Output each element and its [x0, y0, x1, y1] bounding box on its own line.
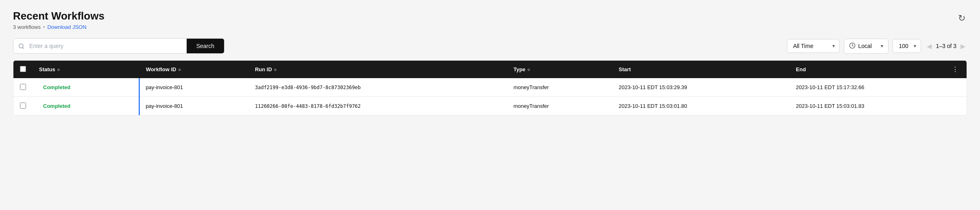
clock-icon: [849, 42, 856, 50]
col-status-label: Status: [39, 66, 55, 72]
status-filter-icon[interactable]: ≡: [57, 67, 60, 72]
timezone-wrap: Local UTC ▾: [844, 39, 889, 54]
next-page-button[interactable]: ▶: [959, 42, 967, 51]
pagination-label: 1–3 of 3: [936, 43, 956, 49]
status-badge: Completed: [39, 83, 74, 92]
col-end-label: End: [796, 66, 806, 72]
row-workflow-id-cell: pay-invoice-801: [139, 97, 248, 116]
row-run-id-cell: 3adf2199-e3d8-4936-9bd7-8c87302369eb: [248, 78, 507, 97]
status-badge: Completed: [39, 102, 74, 110]
page-size-select[interactable]: 10 25 50 100: [893, 39, 921, 53]
run-id-filter-icon[interactable]: ≡: [274, 67, 277, 72]
row-type-cell: moneyTransfer: [507, 97, 612, 116]
col-start: Start: [612, 61, 790, 78]
col-type-label: Type: [514, 66, 525, 72]
search-icon: [13, 43, 29, 49]
table-row: Completed pay-invoice-801 3adf2199-e3d8-…: [13, 78, 967, 97]
col-menu-button[interactable]: ⋮: [950, 66, 960, 73]
row-end-cell: 2023-10-11 EDT 15:17:32.66: [789, 78, 967, 97]
time-filter-select[interactable]: All Time Last Hour Last Day Last Week: [787, 39, 840, 53]
pagination-info: ◀ 1–3 of 3 ▶: [925, 42, 967, 51]
row-run-id-cell: 11260266-08fe-4483-8178-6fd32b7f9762: [248, 97, 507, 116]
row-status-cell: Completed: [33, 97, 139, 116]
search-button[interactable]: Search: [187, 39, 224, 53]
row-status-cell: Completed: [33, 78, 139, 97]
col-run-id: Run ID ≡: [248, 61, 507, 78]
col-run-id-label: Run ID: [255, 66, 272, 72]
page-title: Recent Workflows: [13, 10, 105, 22]
page-size-wrap: 10 25 50 100 ▾: [893, 39, 921, 53]
col-workflow-id: Workflow ID ≡: [139, 61, 248, 78]
select-all-checkbox[interactable]: [20, 66, 26, 72]
col-end: End ⋮: [789, 61, 967, 78]
svg-line-1: [22, 47, 24, 48]
search-input[interactable]: [29, 39, 187, 53]
time-filter-wrap: All Time Last Hour Last Day Last Week ▾: [787, 39, 840, 53]
subtitle-separator: •: [43, 24, 45, 30]
col-checkbox: [13, 61, 33, 78]
workflow-id-filter-icon[interactable]: ≡: [179, 67, 181, 72]
row-checkbox-1[interactable]: [20, 103, 26, 109]
row-workflow-id-cell: pay-invoice-801: [139, 78, 248, 97]
col-status: Status ≡: [33, 61, 139, 78]
row-checkbox-cell: [13, 78, 33, 97]
workflow-count: 3 workflows: [13, 24, 41, 30]
col-type: Type ≡: [507, 61, 612, 78]
type-filter-icon[interactable]: ≡: [527, 67, 530, 72]
workflows-table-container: Status ≡ Workflow ID ≡ Run ID ≡: [13, 60, 967, 116]
row-checkbox-cell: [13, 97, 33, 116]
download-json-link[interactable]: Download JSON: [47, 24, 86, 30]
row-start-cell: 2023-10-11 EDT 15:03:29.39: [612, 78, 790, 97]
refresh-button[interactable]: ↻: [956, 11, 967, 25]
row-type-cell: moneyTransfer: [507, 78, 612, 97]
timezone-select[interactable]: Local UTC: [858, 43, 879, 49]
table-row: Completed pay-invoice-801 11260266-08fe-…: [13, 97, 967, 116]
col-workflow-id-label: Workflow ID: [146, 66, 176, 72]
workflows-table: Status ≡ Workflow ID ≡ Run ID ≡: [13, 61, 967, 115]
row-start-cell: 2023-10-11 EDT 15:03:01.80: [612, 97, 790, 116]
search-container: Search: [13, 38, 224, 54]
row-checkbox-0[interactable]: [20, 84, 26, 90]
col-start-label: Start: [619, 66, 631, 72]
prev-page-button[interactable]: ◀: [925, 42, 933, 51]
timezone-arrow-icon: ▾: [881, 43, 883, 49]
row-end-cell: 2023-10-11 EDT 15:03:01.83: [789, 97, 967, 116]
